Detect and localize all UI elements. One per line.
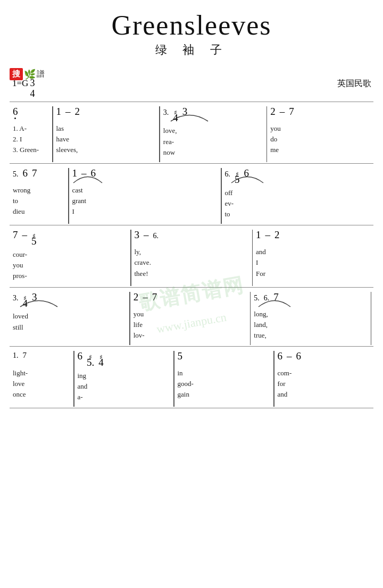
- score-row-4: 3. ♯4 3 loved still 2 – 7 y: [10, 287, 373, 345]
- note-1b: 1: [72, 168, 78, 179]
- note-6d: 6: [244, 168, 249, 179]
- lyrics-r2m1: wrong to dieu: [13, 185, 65, 217]
- note-6-dotted4: 6.: [264, 294, 270, 302]
- measure-r3-1: 7 – ♯5 cour- you pros-: [10, 230, 130, 285]
- measure-r5-1: 1. 7 light- love once: [10, 351, 73, 407]
- note-7d: 7: [152, 292, 157, 303]
- measure-r4-3: 5. 6. 7 long, land, true,: [251, 292, 370, 345]
- measure-2: 1 – 2 las have sleeves,: [53, 106, 160, 162]
- title-chinese: 绿 袖 子: [10, 42, 373, 58]
- lyrics-r2m3: off ev- to: [225, 188, 371, 220]
- measure-r2-2: 1 – 6 cast grant I: [69, 168, 221, 224]
- measure-r2-1: 5. 6 7 wrong to dieu: [10, 168, 68, 224]
- lyrics-r4m1: loved still: [13, 311, 126, 332]
- note-6f: 6: [278, 351, 283, 362]
- time-signature: 3 4: [30, 78, 35, 99]
- note-6c: 6: [91, 168, 96, 179]
- key-signature: 1=G: [12, 78, 28, 89]
- note-7f: 7: [23, 351, 27, 360]
- score-row-1: 6 1. A- 2. I 3. Green- 1 – 2 las have: [10, 102, 373, 162]
- note-6g: 6: [296, 351, 302, 362]
- note-7c: 7: [13, 230, 18, 241]
- note-3-dotted2: 3.: [13, 294, 19, 302]
- dash: –: [65, 106, 71, 117]
- note-3b: 3: [182, 106, 188, 117]
- note-2d: 2: [134, 292, 139, 303]
- dash7: –: [143, 292, 148, 303]
- double-barline: [371, 292, 373, 345]
- lyrics-r3m2: ly, crave. thee!: [135, 247, 249, 279]
- dash5: –: [144, 230, 149, 241]
- note-sharp5c: ♯5.: [87, 357, 94, 368]
- note-3c: 3: [135, 230, 140, 241]
- note-7b: 7: [32, 168, 37, 179]
- note-sharp4c: ♯4: [98, 357, 104, 368]
- note-2c: 2: [274, 230, 280, 241]
- dash3: –: [81, 168, 87, 179]
- note-6b: 6: [23, 168, 28, 179]
- note-1: 1: [56, 106, 62, 117]
- note-3-dotted: 3.: [163, 108, 169, 116]
- measure-4: 2 – 7 you do me: [267, 106, 373, 162]
- measure-r3-2: 3 – 6. ly, crave. thee!: [131, 230, 252, 285]
- note-7e: 7: [273, 292, 279, 303]
- note-1-dotted: 1.: [13, 351, 19, 359]
- lyrics-r2m2: cast grant I: [72, 185, 218, 217]
- measure-r4-2: 2 – 7 you life lov-: [130, 292, 250, 345]
- note-5-dotted: 5.: [13, 170, 19, 178]
- dash4: –: [22, 230, 28, 241]
- note-5-dotted2: 5.: [254, 294, 260, 302]
- lyrics-m4: you do me: [270, 123, 370, 155]
- lyrics-m1: 1. A- 2. I 3. Green-: [13, 123, 49, 155]
- note-sharp5: ♯5: [235, 174, 240, 186]
- dash6: –: [265, 230, 271, 241]
- lyrics-r3m3: and I For: [256, 247, 370, 279]
- lyrics-r5m2: ing and a-: [78, 371, 171, 402]
- lyrics-r4m3: long, land, true,: [254, 309, 367, 341]
- lyrics-r4m2: you life lov-: [134, 309, 247, 341]
- note-sharp5b: ♯5: [31, 236, 37, 247]
- measure-r3-3: 1 – 2 and I For: [253, 230, 373, 285]
- score-row-2: 5. 6 7 wrong to dieu 1 – 6: [10, 163, 373, 224]
- lyrics-r5m3: in good- gain: [178, 368, 271, 400]
- note-6-dotted2: 6.: [225, 170, 231, 178]
- lyrics-m3: love, rea- now: [163, 125, 263, 157]
- measure-r2-3: 6. ♯5 6 off ev- to: [222, 168, 374, 224]
- lyrics-r5m4: com- for and: [278, 368, 371, 400]
- measure-r5-2: 6 ♯5. ♯4 ing and a-: [74, 351, 174, 407]
- sheet-music-page: 歌谱简谱网 www.jianpu.cn Greensleeves 绿 袖 子 搜…: [0, 0, 383, 588]
- score-row-3: 7 – ♯5 cour- you pros- 3 – 6.: [10, 225, 373, 285]
- lyrics-m2: las have sleeves,: [56, 123, 156, 155]
- note-1c: 1: [256, 230, 261, 241]
- note-6-dotted3: 6.: [153, 232, 159, 240]
- measure-r5-4: 6 – 6 com- for and: [274, 351, 374, 407]
- lyrics-r5m1: light- love once: [13, 368, 70, 400]
- note-6e: 6: [78, 351, 83, 362]
- score-row-5: 1. 7 light- love once 6 ♯5. ♯4 ing: [10, 346, 373, 407]
- dash8: –: [287, 351, 292, 362]
- lyrics-r3m1: cour- you pros-: [13, 249, 127, 281]
- measure-r4-1: 3. ♯4 3 loved still: [10, 292, 129, 345]
- note-6-dotted: 6: [13, 106, 18, 120]
- measure-pickup: 6 1. A- 2. I 3. Green-: [10, 106, 52, 162]
- note-sharp4: ♯4: [173, 113, 178, 124]
- final-barline: [10, 408, 373, 408]
- measure-3: 3. ♯4 3 love, rea- now: [160, 106, 267, 162]
- measure-r5-3: 5 in good- gain: [174, 351, 274, 407]
- note-2b: 2: [270, 106, 276, 117]
- note-3e: 3: [32, 292, 37, 303]
- title-english: Greensleeves: [10, 10, 373, 41]
- dash2: –: [280, 106, 285, 117]
- note-5b: 5: [178, 351, 183, 362]
- note-7: 7: [289, 106, 294, 117]
- source-label: 英国民歌: [337, 78, 371, 89]
- note-sharp4b: ♯4: [23, 298, 28, 309]
- note-2: 2: [75, 106, 80, 117]
